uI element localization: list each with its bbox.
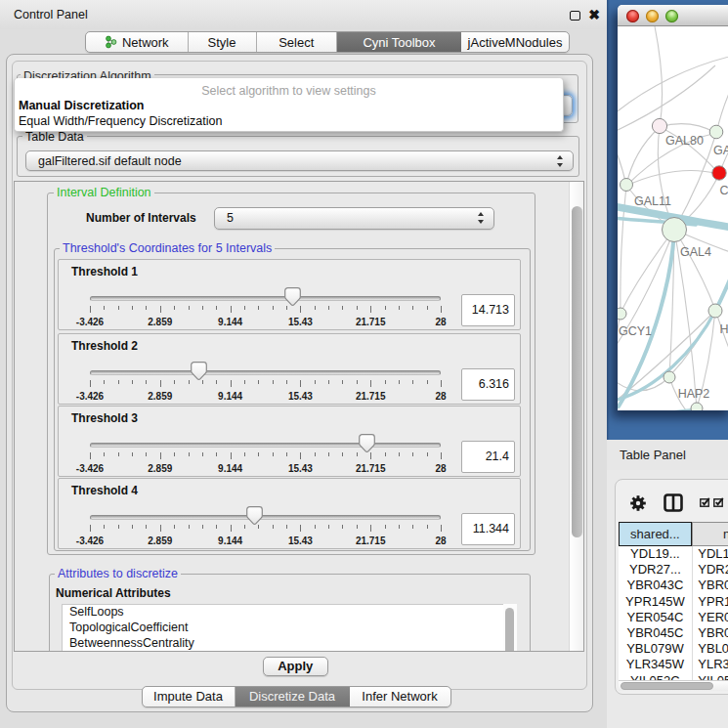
checkbox-icon[interactable] — [713, 497, 724, 507]
cell-shared-name[interactable]: YBR045C — [619, 625, 692, 641]
threshold-value-field[interactable]: 6.316 — [461, 368, 515, 401]
threshold-value-field[interactable]: 11.344 — [461, 513, 515, 545]
network-edge[interactable] — [618, 56, 728, 114]
tab-select[interactable]: Select — [257, 32, 338, 52]
cell-name[interactable]: YBL07 — [692, 641, 728, 657]
slider-track[interactable] — [90, 515, 441, 520]
table-row[interactable]: YDL19...YDL19 — [619, 546, 728, 562]
column-header-shared-name[interactable]: shared... — [619, 522, 692, 547]
slider-track[interactable] — [90, 296, 441, 301]
cell-name[interactable]: YLR34 — [692, 657, 728, 672]
network-node[interactable] — [708, 304, 722, 318]
popup-prompt-item[interactable]: Select algorithm to view settings — [15, 84, 563, 98]
list-item[interactable]: BetweennessCentrality — [63, 636, 503, 652]
table-row[interactable]: YBR043CYBR04 — [619, 578, 728, 593]
list-item[interactable]: TopologicalCoefficient — [63, 621, 503, 636]
network-icon — [105, 35, 117, 49]
tab-jactivemnodules[interactable]: jActiveMNodules — [461, 32, 569, 52]
apply-button[interactable]: Apply — [263, 657, 328, 676]
tab-style-label: Style — [208, 35, 236, 50]
cell-name[interactable]: YER05 — [692, 610, 728, 625]
network-node[interactable] — [618, 308, 626, 320]
network-node[interactable] — [664, 371, 675, 383]
list-item[interactable]: SelfLoops — [63, 605, 503, 621]
tab-infer-network[interactable]: Infer Network — [350, 687, 450, 707]
scrollbar-thumb[interactable] — [572, 206, 582, 537]
table-row[interactable]: YDR27...YDR27 — [619, 562, 728, 578]
checkbox-icon[interactable] — [700, 497, 710, 507]
threshold-block: Threshold 3-3.4262.8599.14415.4321.71528… — [58, 406, 521, 477]
network-node[interactable] — [663, 218, 687, 242]
scrollbar-thumb[interactable] — [505, 608, 514, 652]
combobox-arrows-icon — [557, 155, 564, 167]
tab-network[interactable]: Network — [86, 32, 189, 52]
slider-ticks — [90, 306, 441, 318]
slider-thumb[interactable] — [246, 506, 263, 526]
cell-shared-name[interactable]: YBR043C — [619, 578, 692, 593]
zoom-traffic-light[interactable] — [665, 10, 678, 22]
float-window-icon[interactable] — [570, 11, 580, 21]
table-row[interactable]: YPR145WYPR14 — [619, 594, 728, 610]
table-horizontal-scrollbar[interactable] — [619, 680, 728, 691]
cell-name[interactable]: YDL19 — [692, 546, 728, 562]
cell-name[interactable]: YPR14 — [692, 594, 728, 610]
split-table-icon[interactable] — [664, 493, 683, 512]
table-row[interactable]: YLR345WYLR34 — [619, 657, 728, 672]
settings-vertical-scrollbar[interactable] — [569, 182, 583, 651]
close-traffic-light[interactable] — [626, 10, 639, 22]
popup-item-manual-discretization[interactable]: Manual Discretization — [19, 99, 145, 112]
popup-item-equal-width-frequency[interactable]: Equal Width/Frequency Discretization — [19, 114, 222, 128]
column-header-name[interactable]: name — [692, 522, 728, 547]
cell-name[interactable]: YBR04 — [692, 625, 728, 641]
gear-icon[interactable] — [629, 494, 647, 512]
cell-shared-name[interactable]: YER054C — [619, 610, 692, 625]
numerical-attributes-label: Numerical Attributes — [56, 586, 171, 600]
tab-style[interactable]: Style — [189, 32, 257, 52]
network-edge[interactable] — [621, 230, 674, 313]
slider-thumb[interactable] — [191, 362, 207, 381]
network-node[interactable] — [621, 179, 633, 192]
cell-shared-name[interactable]: YDL19... — [619, 546, 692, 562]
network-node-label: C — [719, 184, 728, 197]
threshold-label: Threshold 1 — [71, 265, 138, 278]
number-of-intervals-spinner[interactable]: 5 — [214, 207, 494, 230]
threshold-value-field[interactable]: 21.4 — [461, 441, 515, 473]
network-node[interactable] — [712, 166, 726, 180]
network-node[interactable] — [691, 403, 703, 410]
table-row[interactable]: YBR045CYBR04 — [619, 625, 728, 641]
slider-track[interactable] — [90, 443, 441, 448]
network-node[interactable] — [652, 118, 666, 133]
scrollbar-thumb[interactable] — [621, 682, 713, 690]
network-node[interactable] — [709, 125, 723, 139]
network-edge[interactable] — [618, 65, 715, 132]
network-canvas[interactable]: GAL80GACGAL11GAL4GCY1HHAP2 — [618, 26, 728, 410]
table-row[interactable]: YBL079WYBL07 — [619, 641, 728, 657]
tab-discretize-data[interactable]: Discretize Data — [236, 687, 350, 707]
cell-name[interactable]: YBR04 — [692, 578, 728, 593]
slider-track[interactable] — [90, 370, 441, 375]
tab-cyni-toolbox-label: Cyni Toolbox — [363, 35, 435, 50]
network-edge-highlighted[interactable] — [618, 409, 694, 410]
cell-shared-name[interactable]: YPR145W — [619, 594, 692, 610]
table-data-combobox[interactable]: galFiltered.sif default node — [25, 150, 574, 171]
network-node-label: GAL11 — [634, 194, 671, 208]
slider-thumb[interactable] — [284, 287, 301, 307]
cell-shared-name[interactable]: YLR345W — [619, 657, 692, 672]
minimize-traffic-light[interactable] — [646, 10, 659, 22]
interval-definition-group-title: Interval Definition — [54, 187, 154, 199]
tab-impute-data[interactable]: Impute Data — [143, 687, 236, 707]
network-node-label: GAL4 — [680, 245, 711, 259]
numerical-attributes-list[interactable]: SelfLoops TopologicalCoefficient Between… — [62, 604, 503, 652]
table-row[interactable]: YER054CYER05 — [619, 610, 728, 625]
cell-shared-name[interactable]: YBL079W — [619, 641, 692, 657]
network-edge[interactable] — [626, 127, 660, 186]
cell-shared-name[interactable]: YDR27... — [619, 562, 692, 578]
slider-thumb[interactable] — [359, 434, 375, 453]
attributes-list-scrollbar[interactable] — [503, 604, 517, 652]
close-icon[interactable]: ✖ — [586, 7, 602, 22]
tab-cyni-toolbox[interactable]: Cyni Toolbox — [337, 32, 461, 52]
cell-name[interactable]: YDR27 — [692, 562, 728, 578]
network-edge[interactable] — [669, 310, 715, 376]
network-edge[interactable] — [655, 26, 663, 127]
threshold-value-field[interactable]: 14.713 — [461, 294, 515, 326]
